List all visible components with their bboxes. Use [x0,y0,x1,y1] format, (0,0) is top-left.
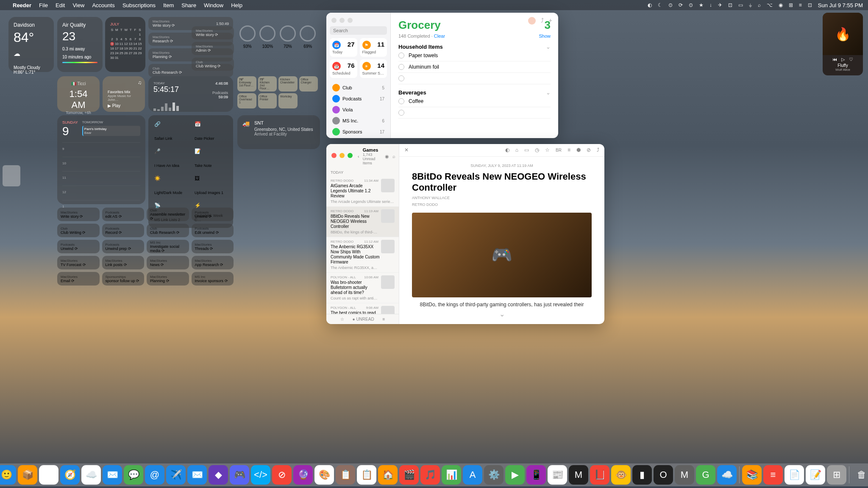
dock-app[interactable]: 🙂 [0,465,16,485]
timery-preset[interactable]: PodcastsRecord ⟳ [102,224,145,237]
home-tile[interactable]: 75°Kitchen 2nd Floor… [258,76,277,92]
dock-app[interactable]: </> [251,465,270,485]
dock-app[interactable]: 🐵 [611,465,631,485]
dock-app[interactable]: ✉️ [187,465,207,485]
tag-icon[interactable]: BR [556,148,562,152]
menu-view[interactable]: View [72,2,84,8]
window-controls[interactable] [330,16,387,26]
feed-item[interactable]: RETRO DODO11:19 AM8BitDo Reveals New NEO… [326,207,399,237]
dock-app[interactable]: 🧭 [60,465,80,485]
shortcut-tile[interactable]: 🎤I Have An Idea [151,145,190,171]
now-playing-widget[interactable]: 🔥 ⏮ ▷ ♡ Fluffy Wolf Alice [823,13,863,75]
dock-app[interactable]: 📄 [785,465,804,485]
timery-preset[interactable]: MacStoriesTV Forecast ⟳ [57,256,100,269]
delivery-widget[interactable]: 🚚 SNT Greensboro, NC, United States Arri… [237,115,320,149]
reminders-search[interactable] [330,26,387,35]
trash[interactable]: 🗑 [852,465,868,485]
menu-help[interactable]: Help [231,2,242,8]
reminders-list[interactable]: Sponsors17 [330,126,387,137]
home-tile[interactable]: Office Printer [258,93,277,108]
avatar-icon[interactable] [528,17,536,25]
menu-accounts[interactable]: Accounts [92,2,114,8]
dock-app[interactable]: 📕 [590,465,609,485]
menu-file[interactable]: File [39,2,48,8]
clear-button[interactable]: Clear [434,33,445,39]
dock-app[interactable]: ▮ [632,465,652,485]
dock-app[interactable]: ⚙️ [484,465,504,485]
dock-app[interactable]: 🏠 [378,465,398,485]
timery-preset[interactable]: MacStoriesNews ⟳ [147,256,189,269]
timery-preset[interactable]: MacStoriesPlanning ⟳ [147,272,189,286]
timery-preset[interactable]: MacStoriesLink posts ⟳ [102,256,145,269]
add-icon[interactable]: + [549,17,552,25]
menubar-clock[interactable]: Sun Jul 9 7:55 PM [818,2,863,8]
dock-app[interactable]: ✈️ [166,465,186,485]
share-icon[interactable]: ⤴ [541,17,544,25]
dock-app[interactable]: 📋 [357,465,376,485]
dock-app[interactable]: 📚 [742,465,762,485]
dock-app[interactable]: 📱 [526,465,546,485]
play-button[interactable]: ▷ [841,57,845,62]
control-center-icon[interactable]: ⌥ [767,2,773,8]
weather-widget[interactable]: Davidson 84° ☁ Mostly Cloudy H:86° L:71° [8,17,54,72]
reminder-item-empty[interactable] [398,107,551,119]
timery-today-widget[interactable]: TODAY 5:45:17 4:46:08 Podcasts 59:09 [148,76,233,112]
shortcut-tile[interactable]: 📅Date Picker [191,118,231,144]
feed-item[interactable]: RETRO DODO11:34 AMAtGames Arcade Legends… [326,176,399,207]
search-icon[interactable]: ⌕ [758,2,761,8]
dock-app[interactable]: 📝 [806,465,825,485]
music-play-button[interactable]: ▶ Play [108,103,140,108]
home-tile[interactable]: 78°Entryway 1st Floor… [237,76,256,92]
reminder-item-empty[interactable] [398,73,551,84]
shortcut-tile[interactable]: ☀️Light/Dark Mode [151,172,190,198]
menu-share[interactable]: Share [181,2,196,8]
feed-item[interactable]: POLYGON - ALL10:06 AMWas bro-shooter Bul… [326,273,399,303]
menu-edit[interactable]: Edit [56,2,65,8]
battery-rings-widget[interactable]: 93%100%70%69% [237,25,318,49]
dock-app[interactable]: 📰 [548,465,567,485]
home-tile[interactable]: Kitchen Chandelier [278,76,298,92]
shortcut-tile[interactable]: 📝Take Note [191,145,231,171]
close-article[interactable]: ✕ [404,147,409,153]
later-icon[interactable]: ◷ [535,147,539,153]
status-icon[interactable]: ◐ [648,2,652,8]
timery-preset[interactable]: MacStoriesThreads ⟳ [192,240,234,253]
status-icon[interactable]: ⊡ [808,2,812,8]
reminders-list[interactable]: Podcasts17 [330,93,387,104]
reminders-smart-list[interactable]: 📅27Today [330,38,357,57]
dock-app[interactable]: ⊘ [272,465,292,485]
menu-item[interactable]: Item [163,2,174,8]
world-clock-widget[interactable]: 🇮🇹 Ticci 1:54 AM Tomorrow, +6h [57,76,100,112]
dock-app[interactable]: 📋 [336,465,355,485]
list-icon[interactable]: ≡ [568,147,570,153]
feed-item[interactable]: POLYGON - ALL9:06 AMThe best comics to r… [326,303,399,314]
status-icon[interactable]: ⊡ [728,2,732,8]
dock-app[interactable]: O [654,465,673,485]
timery-preset[interactable]: Sponsorshipssponsor follow up ⟳ [102,272,145,286]
like-button[interactable]: ♡ [849,57,853,62]
air-quality-widget[interactable]: Air Quality 23 0.3 mi away 10 minutes ag… [57,17,103,72]
home-widget[interactable]: 78°Entryway 1st Floor…75°Kitchen 2nd Flo… [237,76,318,108]
timery-preset[interactable]: ClubClub Research ⟳ [147,224,189,237]
appearance-icon[interactable]: ◐ [505,147,509,153]
reminders-smart-list[interactable]: 📆76Scheduled [330,59,357,78]
music-widget[interactable]: ♫ Favorites Mix Apple Music for John… ▶ … [103,76,145,112]
home-tile[interactable]: Workday [278,93,298,108]
calendar-day-widget[interactable]: SUNDAY 9 TOMORROW Pam's birthday Baar 91… [57,115,145,204]
dock-app[interactable]: 🔮 [293,465,313,485]
timer-entry[interactable]: MacStoriesAdmin ⟳ [192,42,234,55]
dock-app[interactable]: ▶ [505,465,525,485]
search-icon[interactable]: ⌕ [392,154,395,159]
status-icon[interactable]: ⊞ [789,2,793,8]
status-icon[interactable]: ★ [699,2,704,8]
dock-app[interactable]: G [696,465,715,485]
status-icon[interactable]: ⊙ [689,2,693,8]
calendar-month-widget[interactable]: JULY SMTWTFS 1 2345678 9101112131415 161… [105,17,145,72]
timer-entry[interactable]: ClubClub Writing ⟳ [192,58,234,71]
dock-app[interactable]: ◆ [209,465,228,485]
timery-preset[interactable]: PodcastsUnwind ⟳ [192,208,234,221]
battery-icon[interactable]: ▭ [738,2,743,8]
dock-app[interactable]: ☁️ [81,465,101,485]
reminders-list[interactable]: Personal18 [330,137,387,138]
home-tile[interactable]: Office Overhead 1 [237,93,256,108]
